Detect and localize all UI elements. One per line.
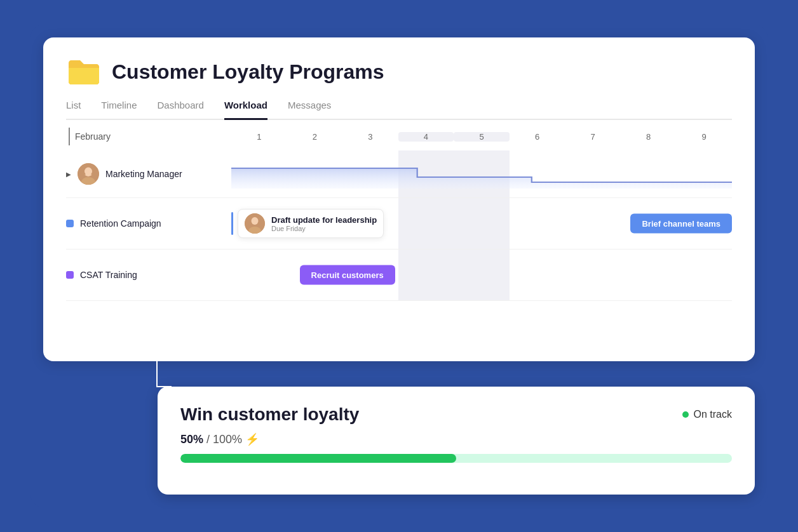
retention-name: Retention Campaign [80, 218, 161, 229]
draft-due: Due Friday [271, 225, 377, 232]
workload-chart-svg [231, 157, 732, 191]
progress-separator: / [203, 433, 213, 446]
progress-info: 50% / 100% ⚡ [180, 432, 732, 446]
csat-name: CSAT Training [80, 270, 137, 280]
retention-label: Retention Campaign [66, 218, 231, 229]
connector-horizontal [156, 386, 172, 387]
folder-icon [66, 57, 102, 87]
month-label: February [75, 131, 111, 142]
date-7: 7 [565, 132, 621, 142]
tab-workload[interactable]: Workload [224, 100, 267, 120]
tab-list[interactable]: List [66, 100, 81, 120]
loyalty-title: Win customer loyalty [180, 404, 359, 425]
outer-container: Customer Loyalty Programs List Timeline … [30, 25, 768, 507]
retention-campaign-row: Retention Campaign [66, 198, 732, 249]
date-9: 9 [676, 132, 732, 142]
tab-dashboard[interactable]: Dashboard [157, 100, 203, 120]
date-2: 2 [287, 132, 343, 142]
progress-current: 50% [180, 433, 203, 446]
manager-chart [231, 157, 732, 191]
manager-name: Marketing Manager [105, 169, 182, 179]
svg-point-1 [85, 168, 92, 176]
timeline-area: February 1 2 3 4 5 6 7 8 9 [66, 120, 732, 301]
recruit-customers-bar[interactable]: Recruit customers [300, 265, 395, 285]
card-title: Customer Loyalty Programs [112, 60, 384, 84]
month-divider [69, 128, 70, 145]
draft-update-card[interactable]: Draft update for leadership Due Friday [238, 209, 384, 238]
svg-point-4 [252, 217, 259, 225]
timeline-header: February 1 2 3 4 5 6 7 8 9 [66, 120, 732, 150]
date-8: 8 [621, 132, 677, 142]
lightning-icon: ⚡ [245, 433, 259, 446]
brief-channel-bar[interactable]: Brief channel teams [630, 214, 732, 234]
date-6: 6 [510, 132, 565, 142]
date-5: 5 [454, 132, 510, 142]
csat-timeline: Recruit customers [231, 257, 732, 293]
tab-messages[interactable]: Messages [288, 100, 331, 120]
status-dot [682, 411, 689, 418]
date-4: 4 [398, 132, 454, 142]
status-label: On track [694, 409, 732, 420]
date-columns: 1 2 3 4 5 6 7 8 9 [231, 132, 732, 142]
retention-border [231, 212, 233, 235]
csat-dot [66, 271, 74, 279]
workload-grid: ▶ Marketing Manager [66, 150, 732, 301]
retention-dot [66, 220, 74, 227]
date-1: 1 [231, 132, 287, 142]
task-card-avatar [245, 213, 265, 234]
retention-timeline: Draft update for leadership Due Friday B… [231, 206, 732, 241]
progress-bar-fill [180, 454, 456, 463]
month-label-area: February [66, 128, 231, 145]
progress-bar-container [180, 454, 732, 463]
card-header: Customer Loyalty Programs [66, 57, 732, 87]
date-3: 3 [342, 132, 398, 142]
progress-total: 100% [213, 433, 242, 446]
csat-label: CSAT Training [66, 270, 231, 280]
tab-timeline[interactable]: Timeline [101, 100, 137, 120]
status-badge: On track [682, 409, 732, 420]
csat-training-row: CSAT Training Recruit customers [66, 249, 732, 301]
connector-vertical [156, 350, 158, 387]
workload-card: Customer Loyalty Programs List Timeline … [43, 37, 755, 361]
manager-row: ▶ Marketing Manager [66, 150, 732, 198]
bottom-card-header: Win customer loyalty On track [180, 404, 732, 425]
manager-label: ▶ Marketing Manager [66, 163, 231, 185]
tabs-nav: List Timeline Dashboard Workload Message… [66, 100, 732, 120]
avatar [78, 163, 99, 185]
task-card-info: Draft update for leadership Due Friday [271, 215, 377, 232]
draft-title: Draft update for leadership [271, 215, 377, 225]
expand-icon[interactable]: ▶ [66, 171, 71, 178]
bottom-card: Win customer loyalty On track 50% / 100%… [158, 387, 755, 495]
